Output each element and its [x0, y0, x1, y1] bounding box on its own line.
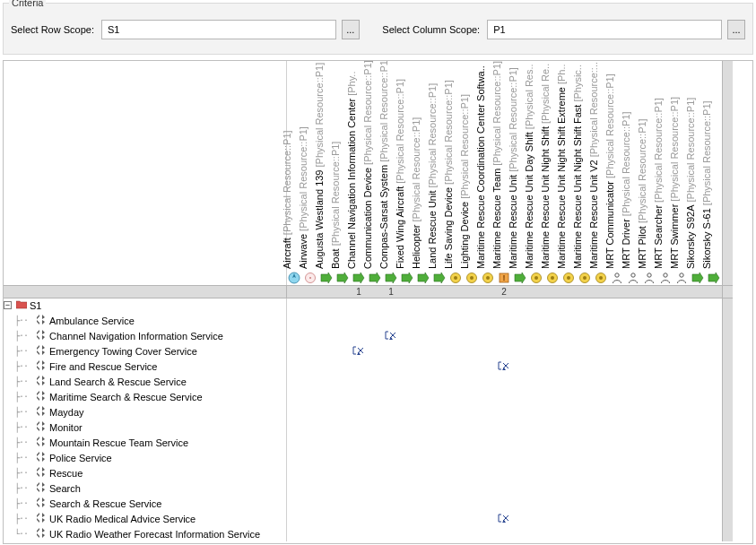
matrix-cell[interactable]: [528, 359, 544, 374]
matrix-cell[interactable]: [690, 359, 706, 374]
tree-collapse-icon[interactable]: −: [4, 301, 12, 309]
matrix-cell[interactable]: [351, 389, 367, 404]
matrix-cell[interactable]: [560, 420, 577, 435]
matrix-cell[interactable]: [318, 374, 335, 389]
matrix-cell[interactable]: [512, 465, 528, 480]
matrix-cell[interactable]: [351, 480, 367, 496]
matrix-cell[interactable]: [706, 359, 722, 374]
matrix-cell[interactable]: [593, 389, 609, 404]
matrix-cell[interactable]: [286, 328, 302, 343]
matrix-cell[interactable]: [577, 465, 593, 480]
matrix-cell[interactable]: [560, 313, 577, 328]
matrix-cell[interactable]: [335, 313, 351, 328]
matrix-cell[interactable]: [528, 374, 544, 389]
matrix-cell[interactable]: [480, 389, 496, 404]
matrix-cell[interactable]: [593, 420, 609, 435]
matrix-cell[interactable]: [690, 435, 706, 450]
matrix-cell[interactable]: [512, 389, 528, 404]
tree-child-row[interactable]: ├··Rescue: [4, 465, 286, 480]
matrix-cell[interactable]: [528, 526, 544, 541]
matrix-cell[interactable]: [335, 404, 351, 420]
tree-child-row[interactable]: ├··Channel Navigation Information Servic…: [4, 328, 286, 343]
matrix-cell[interactable]: [544, 526, 560, 541]
matrix-cell[interactable]: [302, 389, 318, 404]
matrix-cell[interactable]: [415, 404, 431, 420]
matrix-cell[interactable]: [464, 465, 480, 480]
matrix-cell[interactable]: [399, 389, 415, 404]
matrix-cell[interactable]: [399, 435, 415, 450]
matrix-cell[interactable]: [448, 359, 464, 374]
tree-child-row[interactable]: ├··Police Service: [4, 450, 286, 465]
matrix-cell[interactable]: [528, 450, 544, 465]
matrix-cell[interactable]: [286, 404, 302, 420]
matrix-cell[interactable]: [302, 465, 318, 480]
matrix-cell[interactable]: [496, 526, 512, 541]
matrix-cell[interactable]: [286, 526, 302, 541]
matrix-cell[interactable]: [544, 480, 560, 496]
matrix-cell[interactable]: [335, 298, 351, 313]
matrix-cell[interactable]: [399, 328, 415, 343]
matrix-cell[interactable]: [496, 328, 512, 343]
matrix-cell[interactable]: [625, 328, 641, 343]
tree-child-row[interactable]: ├··Mayday: [4, 404, 286, 420]
matrix-cell[interactable]: [448, 328, 464, 343]
matrix-cell[interactable]: [431, 465, 448, 480]
matrix-cell[interactable]: [367, 450, 383, 465]
matrix-cell[interactable]: [448, 389, 464, 404]
matrix-cell[interactable]: [415, 465, 431, 480]
matrix-cell[interactable]: [464, 313, 480, 328]
matrix-cell[interactable]: [431, 435, 448, 450]
matrix-cell[interactable]: [383, 465, 399, 480]
matrix-cell[interactable]: [641, 420, 657, 435]
matrix-cell[interactable]: [286, 359, 302, 374]
matrix-cell[interactable]: [690, 313, 706, 328]
matrix-cell[interactable]: [706, 420, 722, 435]
matrix-cell[interactable]: [464, 374, 480, 389]
matrix-cell[interactable]: [641, 526, 657, 541]
matrix-cell[interactable]: [383, 359, 399, 374]
matrix-cell[interactable]: [577, 374, 593, 389]
matrix-cell[interactable]: [335, 343, 351, 359]
matrix-cell[interactable]: [706, 313, 722, 328]
matrix-cell[interactable]: [657, 298, 673, 313]
matrix-cell[interactable]: [464, 343, 480, 359]
matrix-cell[interactable]: [706, 374, 722, 389]
column-header[interactable]: Sikorsky S-61 [Physical Resource::P1]: [706, 61, 722, 285]
matrix-cell[interactable]: [609, 298, 625, 313]
tree-child-row[interactable]: ├··Monitor: [4, 420, 286, 435]
matrix-cell[interactable]: [625, 511, 641, 526]
matrix-cell[interactable]: [657, 313, 673, 328]
matrix-cell[interactable]: [706, 389, 722, 404]
matrix-cell[interactable]: [577, 480, 593, 496]
matrix-cell[interactable]: [480, 465, 496, 480]
matrix-cell[interactable]: [286, 435, 302, 450]
matrix-cell[interactable]: [577, 420, 593, 435]
matrix-cell[interactable]: [367, 465, 383, 480]
matrix-cell[interactable]: [577, 298, 593, 313]
matrix-cell[interactable]: [690, 420, 706, 435]
matrix-cell[interactable]: [431, 298, 448, 313]
matrix-cell[interactable]: [560, 480, 577, 496]
matrix-cell[interactable]: [641, 298, 657, 313]
matrix-cell[interactable]: [448, 496, 464, 511]
matrix-cell[interactable]: [706, 511, 722, 526]
matrix-cell[interactable]: [415, 480, 431, 496]
matrix-cell[interactable]: [593, 313, 609, 328]
matrix-cell[interactable]: [431, 389, 448, 404]
matrix-cell[interactable]: [673, 450, 690, 465]
matrix-cell[interactable]: [544, 313, 560, 328]
matrix-cell[interactable]: [448, 465, 464, 480]
matrix-cell[interactable]: [560, 343, 577, 359]
matrix-cell[interactable]: [673, 420, 690, 435]
matrix-cell[interactable]: [690, 480, 706, 496]
matrix-cell[interactable]: [448, 343, 464, 359]
matrix-cell[interactable]: [528, 328, 544, 343]
matrix-cell[interactable]: [351, 313, 367, 328]
matrix-cell[interactable]: [577, 343, 593, 359]
matrix-cell[interactable]: [706, 343, 722, 359]
matrix-cell[interactable]: [560, 526, 577, 541]
matrix-cell[interactable]: [367, 511, 383, 526]
matrix-cell[interactable]: [528, 480, 544, 496]
matrix-cell[interactable]: [577, 389, 593, 404]
tree-child-row[interactable]: ├··Land Search & Rescue Service: [4, 374, 286, 389]
